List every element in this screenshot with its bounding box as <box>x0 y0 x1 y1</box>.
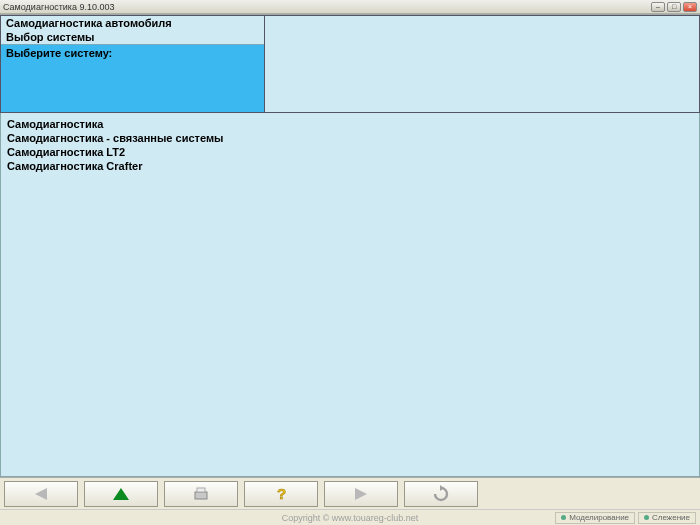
header-panel: Самодиагностика автомобиля Выбор системы… <box>0 15 265 113</box>
status-label: Моделирование <box>569 513 629 523</box>
refresh-icon <box>431 485 451 503</box>
question-icon: ? <box>271 485 291 503</box>
window-title: Самодиагностика 9.10.003 <box>3 2 651 12</box>
svg-rect-2 <box>195 492 207 499</box>
forward-green-button[interactable] <box>84 481 158 507</box>
window-titlebar: Самодиагностика 9.10.003 – □ × <box>0 0 700 14</box>
status-cell-sim[interactable]: Моделирование <box>555 512 635 524</box>
play-button[interactable] <box>324 481 398 507</box>
status-label: Слежение <box>652 513 690 523</box>
svg-rect-3 <box>197 488 205 492</box>
status-dot-icon <box>561 515 566 520</box>
help-button[interactable]: ? <box>244 481 318 507</box>
list-item[interactable]: Самодиагностика LT2 <box>7 145 693 159</box>
print-button[interactable] <box>164 481 238 507</box>
print-icon <box>191 486 211 502</box>
list-item[interactable]: Самодиагностика <box>7 117 693 131</box>
selection-prompt: Выберите систему: <box>1 44 264 112</box>
upper-panels: Самодиагностика автомобиля Выбор системы… <box>0 15 700 113</box>
status-dot-icon <box>644 515 649 520</box>
system-list: Самодиагностика Самодиагностика - связан… <box>0 113 700 477</box>
svg-marker-0 <box>35 488 47 500</box>
header-line-1: Самодиагностика автомобиля <box>1 16 264 30</box>
content-area: Самодиагностика автомобиля Выбор системы… <box>0 14 700 477</box>
status-cell-track[interactable]: Слежение <box>638 512 696 524</box>
info-panel <box>265 15 700 113</box>
list-item[interactable]: Самодиагностика - связанные системы <box>7 131 693 145</box>
svg-marker-5 <box>355 488 367 500</box>
minimize-button[interactable]: – <box>651 2 665 12</box>
status-bar: Copyright © www.touareg-club.net Моделир… <box>0 509 700 525</box>
maximize-button[interactable]: □ <box>667 2 681 12</box>
up-triangle-icon <box>111 486 131 502</box>
svg-text:?: ? <box>277 485 286 502</box>
close-button[interactable]: × <box>683 2 697 12</box>
back-arrow-icon <box>31 486 51 502</box>
header-line-2: Выбор системы <box>1 30 264 44</box>
bottom-toolbar: ? <box>0 477 700 509</box>
refresh-button[interactable] <box>404 481 478 507</box>
list-item[interactable]: Самодиагностика Crafter <box>7 159 693 173</box>
copyright-text: Copyright © www.touareg-club.net <box>282 513 419 523</box>
svg-marker-6 <box>440 485 444 491</box>
back-button[interactable] <box>4 481 78 507</box>
play-arrow-icon <box>351 486 371 502</box>
svg-marker-1 <box>113 488 129 500</box>
window-buttons: – □ × <box>651 2 697 12</box>
